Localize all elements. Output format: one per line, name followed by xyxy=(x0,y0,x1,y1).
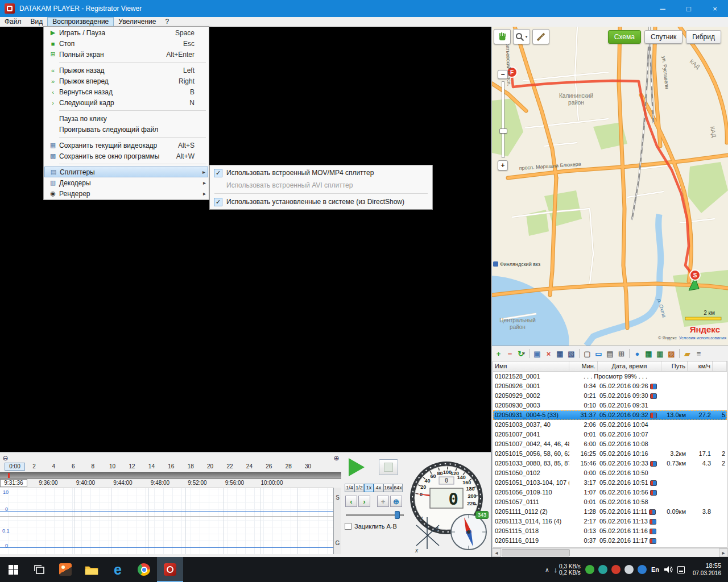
timeline-zoom-in-icon[interactable]: ⊕ xyxy=(332,454,341,463)
file-row[interactable]: 02050930_00030:1005.02.2016 09:31 xyxy=(493,401,727,410)
column-header-name[interactable]: Имя xyxy=(493,361,569,371)
tray-icon-gray[interactable] xyxy=(624,565,634,574)
tray-icon-teal[interactable] xyxy=(598,565,607,574)
menu-item-jump-forward[interactable]: »Прыжок впередRight xyxy=(44,76,208,86)
column-header-speed[interactable]: км/ч xyxy=(688,361,713,371)
menubar-item-file[interactable]: Файл xyxy=(0,17,26,27)
taskbar-clock[interactable]: 18:55 07.03.2016 xyxy=(689,562,725,577)
map-canvas[interactable]: S F Калининский район Центральный район … xyxy=(492,27,728,346)
maximize-button[interactable]: □ xyxy=(676,0,702,17)
frame-export-button[interactable]: ▭ xyxy=(593,348,604,359)
file-row[interactable]: 01021528_0001. . . Просмотр 99% . . . xyxy=(493,372,727,381)
tray-icon-red[interactable] xyxy=(611,565,621,574)
scroll-left-arrow-icon[interactable]: ◂ xyxy=(492,548,501,557)
file-row[interactable]: 02050929_00020:2105.02.2016 09:30 xyxy=(493,391,727,401)
column-header-path[interactable]: Путь xyxy=(661,361,688,371)
next-frame-button[interactable] xyxy=(379,459,398,475)
zoom-plus-button[interactable]: + xyxy=(377,496,389,507)
map-zoom-in-button[interactable]: + xyxy=(498,160,508,171)
tray-icon-blue[interactable] xyxy=(638,565,647,574)
language-indicator[interactable]: En xyxy=(651,566,659,573)
column-header-duration[interactable]: Мин. xyxy=(569,361,598,371)
delete-button[interactable]: × xyxy=(543,348,554,359)
file-row[interactable]: 02051057_01110:0105.02.2016 10:58 xyxy=(493,497,727,507)
preview-button[interactable]: ▢ xyxy=(582,348,593,359)
task-view-button[interactable] xyxy=(26,557,52,582)
excel-remove-button[interactable]: ▥ xyxy=(655,348,665,359)
menu-item-next-frame[interactable]: ›Следующий кадрN xyxy=(44,97,208,108)
file-row[interactable]: 02050931_0004-5 (33)31:3705.02.2016 09:3… xyxy=(493,410,727,420)
menu-item-play-next-file[interactable]: Проигрывать следующий файл xyxy=(44,124,208,135)
remove-button[interactable]: − xyxy=(504,348,515,359)
timeline-track[interactable] xyxy=(0,472,341,479)
file-row[interactable]: 02051111_0112 (2)1:2805.02.2016 11:110.0… xyxy=(493,507,727,517)
save-button[interactable]: ▦ xyxy=(555,348,565,359)
action-center-icon[interactable] xyxy=(677,566,685,573)
menubar-item-playback[interactable]: Воспроизведение xyxy=(47,17,114,27)
taskbar-app-player[interactable] xyxy=(157,557,183,582)
scroll-right-arrow-icon[interactable]: ▸ xyxy=(719,548,728,557)
menu-item-save-frame[interactable]: ▦Сохранить текущий видеокадрAlt+S xyxy=(44,140,208,151)
close-button[interactable]: × xyxy=(702,0,728,17)
file-row[interactable]: 02051033_0080, 83, 85, 87, 93, 96 (22)15… xyxy=(493,459,727,468)
speed-16x-button[interactable]: 16x xyxy=(383,484,393,492)
file-row[interactable]: 02051050_01020:0005.02.2016 10:50 xyxy=(493,468,727,478)
excel-export-button[interactable]: ▦ xyxy=(643,348,654,359)
map-mode-satellite-button[interactable]: Спутник xyxy=(644,30,682,44)
step-forward-button[interactable]: › xyxy=(358,496,370,507)
menubar-item-zoom[interactable]: Увеличение xyxy=(114,17,160,27)
save-as-button[interactable]: ▧ xyxy=(566,348,577,359)
menu-item-return-back[interactable]: ‹Вернуться назадB xyxy=(44,86,208,97)
submenu-item-mov-mp4[interactable]: ✓Использовать встроенный MOV/MP4 сплитте… xyxy=(211,167,431,179)
start-button[interactable] xyxy=(0,557,26,582)
play-button[interactable] xyxy=(349,458,365,476)
taskbar-app-explorer[interactable] xyxy=(78,557,105,582)
terms-link[interactable]: Условия использования xyxy=(679,335,726,340)
menu-item-save-window[interactable]: ▩Сохранить все окно программыAlt+W xyxy=(44,151,208,161)
map-zoom-out-button[interactable]: − xyxy=(498,70,508,79)
file-row[interactable]: 02051007_00410:0105.02.2016 10:07 xyxy=(493,430,727,439)
speed-64x-button[interactable]: 64x xyxy=(393,484,403,492)
web-export-button[interactable]: ● xyxy=(632,348,643,359)
file-row[interactable]: 02051115_01180:1305.02.2016 11:16 xyxy=(493,526,727,536)
scrollbar-thumb[interactable] xyxy=(502,549,570,556)
menu-item-decoders[interactable]: ▥Декодеры▸ xyxy=(44,177,208,188)
slider-thumb[interactable] xyxy=(395,511,400,519)
submenu-item-avi[interactable]: Использовать встроенный AVI сплиттер xyxy=(211,179,431,192)
submenu-item-directshow[interactable]: ✓Использовать установленные в системе (и… xyxy=(211,196,431,208)
horizontal-scrollbar[interactable]: ◂ ▸ xyxy=(492,548,728,557)
speaker-icon[interactable] xyxy=(664,566,673,573)
taskbar-app-edge[interactable]: e xyxy=(105,557,131,582)
file-row[interactable]: 02050926_00010:3405.02.2016 09:26 xyxy=(493,381,727,391)
map-zoom-handle[interactable] xyxy=(499,128,507,134)
file-row[interactable]: 02051056_0109-1101:0705.02.2016 10:56 xyxy=(493,488,727,497)
timeline-zoom-out-icon[interactable]: ⊖ xyxy=(1,454,10,463)
copy-button[interactable]: ▣ xyxy=(532,348,543,359)
pan-tool-button[interactable] xyxy=(494,29,511,44)
minimize-button[interactable]: ─ xyxy=(650,0,676,17)
taskbar-app-photos[interactable] xyxy=(52,557,78,582)
speed-1-4-button[interactable]: 1/4 xyxy=(345,484,354,492)
file-row[interactable]: 02051116_01190:3705.02.2016 11:17 xyxy=(493,536,727,546)
file-row[interactable]: 02051051_0103-104, 107 (6)3:1705.02.2016… xyxy=(493,478,727,488)
taskbar-app-chrome[interactable] xyxy=(131,557,157,582)
map-export-button[interactable]: ▨ xyxy=(666,348,677,359)
step-back-button[interactable]: ‹ xyxy=(345,496,357,507)
file-row[interactable]: 02051007_0042, 44, 46, 48-49, 51-52 (1..… xyxy=(493,439,727,449)
speed-1-2-button[interactable]: 1/2 xyxy=(354,484,364,492)
map-mode-scheme-button[interactable]: Схема xyxy=(608,30,641,44)
network-speed-indicator[interactable]: ↓ 0,3 KB/s 0,2 KB/s xyxy=(554,563,581,576)
open-folder-button[interactable]: ▰ xyxy=(682,348,693,359)
loop-ab-checkbox[interactable] xyxy=(345,523,351,530)
menu-item-splitters[interactable]: ▤Сплиттеры▸ xyxy=(44,167,208,177)
add-button[interactable]: + xyxy=(493,348,504,359)
column-header-datetime[interactable]: Дата, время xyxy=(598,361,661,371)
map-mode-hybrid-button[interactable]: Гибрид xyxy=(686,30,721,44)
menu-item-fullscreen[interactable]: ⊞Полный экранAlt+Enter xyxy=(44,49,208,60)
filmstrip-button[interactable]: ▤ xyxy=(605,348,615,359)
menubar-item-view[interactable]: Вид xyxy=(26,17,48,27)
tray-icon-green[interactable] xyxy=(585,565,594,574)
menu-item-stop[interactable]: ■СтопEsc xyxy=(44,38,208,49)
file-row[interactable]: 02051003_0037, 402:0605.02.2016 10:04 xyxy=(493,420,727,430)
file-row[interactable]: 02051113_0114, 116 (4)2:1705.02.2016 11:… xyxy=(493,517,727,526)
